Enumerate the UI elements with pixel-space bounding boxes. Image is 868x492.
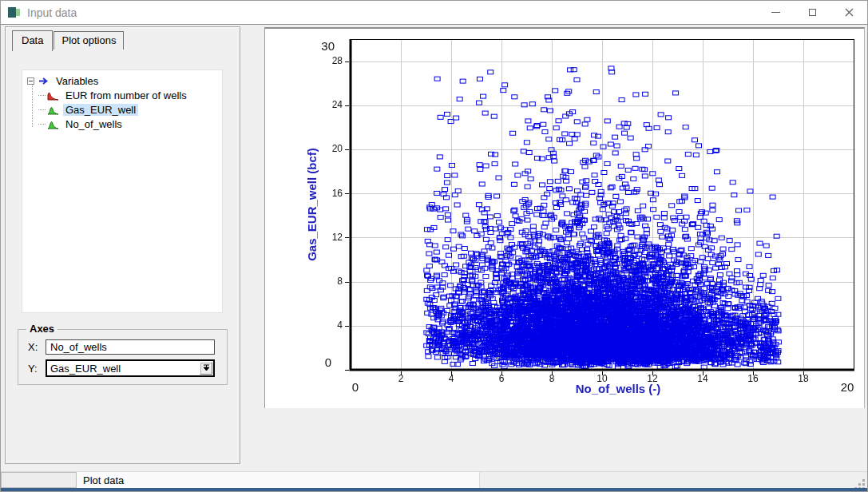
distribution-curve-green-icon bbox=[47, 105, 59, 115]
y-axis-combo[interactable]: Gas_EUR_well bbox=[46, 359, 215, 377]
scatter-chart bbox=[265, 29, 864, 408]
distribution-curve-green-icon bbox=[47, 119, 59, 129]
x-axis-label: X: bbox=[28, 341, 46, 353]
y-axis-combo-value: Gas_EUR_well bbox=[50, 363, 121, 375]
status-cell-empty bbox=[1, 472, 77, 488]
tree-item-label[interactable]: EUR from number of wells bbox=[63, 89, 189, 101]
tree-item-eur-from-number-of-wells[interactable]: EUR from number of wells bbox=[27, 88, 222, 102]
tab-data[interactable]: Data bbox=[12, 30, 53, 51]
tree-connector-line bbox=[32, 84, 33, 127]
data-panel: Data Plot options Variables bbox=[5, 26, 240, 464]
tree-item-label-selected[interactable]: Gas_EUR_well bbox=[63, 104, 138, 116]
tab-strip: Data Plot options bbox=[12, 30, 125, 50]
y-axis-label: Y: bbox=[28, 363, 46, 375]
window-title: Input data bbox=[27, 6, 77, 19]
tree-item-no-of-wells[interactable]: No_of_wells bbox=[27, 117, 222, 131]
tree-item-gas-eur-well[interactable]: Gas_EUR_well bbox=[27, 102, 222, 117]
axes-groupbox-title: Axes bbox=[26, 323, 57, 335]
tree-node-variables[interactable]: Variables bbox=[27, 73, 222, 88]
status-text: Plot data bbox=[77, 472, 480, 488]
minimize-icon bbox=[771, 12, 780, 13]
x-axis-input[interactable] bbox=[46, 339, 215, 355]
close-button[interactable] bbox=[830, 1, 867, 24]
close-icon bbox=[845, 8, 854, 17]
axes-groupbox: Axes X: Y: Gas_EUR_well bbox=[18, 329, 228, 385]
dropdown-arrow-icon[interactable] bbox=[200, 362, 212, 375]
input-data-window: Input data Data Plot options Varia bbox=[0, 0, 868, 492]
distribution-curve-red-icon bbox=[47, 90, 59, 101]
status-bar: Plot data bbox=[1, 471, 867, 488]
tab-plot-options[interactable]: Plot options bbox=[54, 31, 124, 50]
plot-panel bbox=[264, 27, 865, 408]
variables-tree: Variables EUR from number of wells Gas_E… bbox=[22, 69, 223, 313]
tree-node-label[interactable]: Variables bbox=[54, 75, 101, 87]
blue-arrow-icon bbox=[38, 76, 50, 86]
app-icon bbox=[8, 7, 21, 18]
minimize-button[interactable] bbox=[757, 1, 794, 24]
window-bottom-edge bbox=[1, 488, 867, 491]
status-cell-right bbox=[480, 472, 867, 488]
maximize-icon bbox=[809, 9, 816, 16]
tree-item-label[interactable]: No_of_wells bbox=[63, 118, 125, 130]
maximize-button[interactable] bbox=[794, 1, 830, 24]
title-bar: Input data bbox=[1, 1, 867, 25]
collapse-icon[interactable] bbox=[27, 77, 34, 85]
